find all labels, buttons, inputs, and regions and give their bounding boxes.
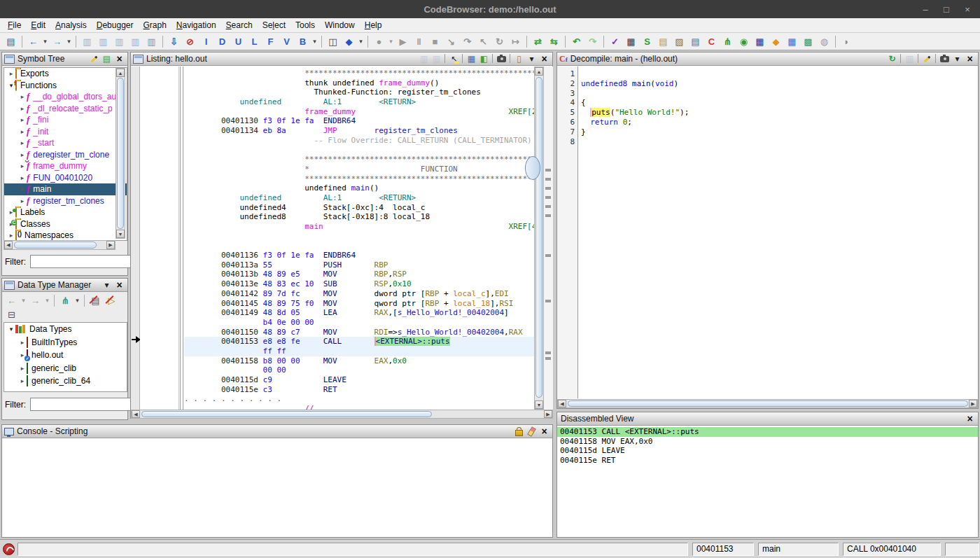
menu-window[interactable]: Window [320, 19, 360, 32]
scroll-thumb[interactable] [141, 411, 432, 417]
patch-instruction-icon[interactable]: ◫ [325, 34, 341, 49]
expand-icon[interactable]: ▸ [18, 377, 27, 384]
datatype-item-builtintypes[interactable]: ▸BuiltInTypes [4, 336, 127, 349]
listing-line[interactable] [184, 146, 534, 155]
listing-line[interactable]: 00401134 eb 8a JMP register_tm_clones [184, 126, 534, 136]
assemble-dropdown-icon[interactable]: ▾ [357, 34, 365, 49]
byte-dropdown-icon[interactable]: ▾ [311, 34, 318, 49]
snapshot-icon[interactable] [939, 54, 951, 64]
scroll-down-button[interactable]: ▼ [116, 230, 125, 238]
symbol-item-_dl_relocate_static_p[interactable]: ▸f_dl_relocate_static_p [4, 103, 127, 115]
change-marker[interactable] [545, 351, 551, 354]
listing-line[interactable]: 00401145 48 89 75 f0 MOV qword ptr [RBP … [184, 299, 534, 309]
change-marker[interactable] [545, 357, 551, 360]
back-icon[interactable]: ← [25, 34, 41, 49]
listing-line[interactable]: 0040113b 48 89 e5 MOV RBP,RSP [184, 270, 534, 279]
toggle-margin-icon[interactable]: ▯ [513, 54, 525, 64]
change-marker[interactable] [545, 169, 551, 172]
menu-search[interactable]: Search [221, 19, 258, 32]
copy-special-icon[interactable]: ▥ [95, 34, 111, 49]
listing-code-area[interactable]: ****************************************… [184, 67, 534, 412]
margin-dropdown-icon[interactable]: ▾ [526, 54, 538, 64]
edit-fields-icon[interactable]: ▦ [465, 54, 477, 64]
listing-line[interactable]: ****************************************… [184, 69, 534, 78]
disassembled-view-header[interactable]: Disassembled View × [557, 412, 978, 426]
forward-icon[interactable]: → [49, 34, 65, 49]
back-icon[interactable]: ← [4, 293, 20, 307]
menu-debugger[interactable]: Debugger [92, 19, 139, 32]
copy-icon[interactable]: ▥ [79, 34, 95, 49]
listing-line[interactable]: 00401130 f3 0f 1e fa ENDBR64 [184, 116, 534, 126]
record-icon[interactable]: ● [371, 34, 387, 49]
expand-icon[interactable]: ▸ [18, 116, 27, 123]
datatype-item-generic_clib[interactable]: ▸generic_clib [4, 362, 127, 375]
close-icon[interactable]: × [964, 414, 976, 424]
forward-dropdown-icon[interactable]: ▾ [65, 34, 73, 49]
menu-tools[interactable]: Tools [290, 19, 320, 32]
create-undefined-icon[interactable]: U [230, 34, 246, 49]
symbol-tree-vscrollbar[interactable]: ▲ ▼ [115, 68, 125, 239]
listing-line[interactable]: ****************************************… [184, 174, 534, 184]
listing-line[interactable]: 0040115e c3 RET [184, 385, 534, 395]
step-over-icon[interactable]: ↷ [459, 34, 475, 49]
interrupt-icon[interactable]: ‖ [411, 34, 427, 49]
scroll-right-button[interactable]: ▶ [969, 400, 977, 407]
datatype-item-data_types[interactable]: ▾Data Types [4, 323, 127, 336]
expand-icon[interactable]: ▸ [18, 151, 27, 158]
symbol-item-_fini[interactable]: ▸f_fini [4, 114, 127, 126]
listing-line[interactable]: ****************************************… [184, 155, 534, 165]
change-marker[interactable] [545, 300, 551, 302]
back-dropdown-icon[interactable]: ▾ [20, 293, 27, 307]
listing-line[interactable]: ff ff [184, 347, 534, 356]
datatype-item-generic_clib_64[interactable]: ▸generic_clib_64 [4, 375, 127, 388]
redo-icon[interactable]: ↷ [584, 34, 601, 49]
listing-line[interactable] [184, 241, 534, 251]
forward-dropdown-icon[interactable]: ▾ [43, 293, 51, 307]
record-dropdown-icon[interactable]: ▾ [387, 34, 395, 49]
expand-icon[interactable]: ▸ [18, 139, 27, 146]
listing-header[interactable]: Listing: hello.out ▥▥↖▦◧▯▾× [131, 53, 552, 66]
listing-line[interactable]: 00401158 b8 00 00 MOV EAX,0x0 [184, 356, 534, 366]
change-marker[interactable] [545, 178, 551, 181]
disassembled-line[interactable]: 0040115d LEAVE [557, 446, 978, 456]
navigate-out-icon[interactable]: ▤ [101, 54, 113, 64]
listing-line[interactable]: frame_dummy XREF[2 [184, 107, 534, 117]
comments-icon[interactable]: ◗ [839, 34, 855, 49]
console-output[interactable] [2, 438, 552, 537]
close-icon[interactable]: × [538, 426, 550, 437]
cursor-highlight-icon[interactable]: ↖ [448, 54, 460, 64]
paste-icon[interactable]: ▥ [111, 34, 127, 49]
symbol-item-_init[interactable]: ▸f_init [4, 126, 127, 138]
maximize-icon[interactable]: □ [941, 4, 952, 15]
symbol-tree-hscrollbar[interactable]: ◀ ▶ [4, 240, 115, 250]
data-type-filter-input[interactable] [30, 398, 143, 411]
filter-pointers-off-icon[interactable]: ▷ [104, 293, 120, 307]
edit-pencil-icon[interactable] [88, 54, 100, 64]
memory-map-icon[interactable]: ▦ [623, 34, 639, 49]
close-icon[interactable]: × [964, 54, 976, 64]
decompile-line[interactable] [581, 89, 976, 99]
diff-view-icon[interactable]: ◧ [478, 54, 490, 64]
decompile-line[interactable]: { [581, 98, 976, 108]
listing-vscrollbar[interactable]: ▲ ▼ [534, 67, 544, 410]
change-marker[interactable] [545, 205, 551, 208]
clear-icon[interactable] [526, 426, 538, 437]
expand-icon[interactable]: ▸ [18, 128, 27, 135]
collapse-icon[interactable]: ▾ [7, 326, 15, 333]
create-function-icon[interactable]: F [262, 34, 279, 49]
scroll-thumb[interactable] [117, 78, 124, 229]
stop-icon[interactable]: ■ [427, 34, 443, 49]
change-marker[interactable] [545, 187, 551, 190]
listing-line[interactable]: 00401149 48 8d 05 LEA RAX,[s_Hello_World… [184, 308, 534, 318]
create-label-icon[interactable]: L [246, 34, 262, 49]
lock-icon[interactable] [513, 426, 525, 437]
disassembled-line[interactable]: 0040115e RET [557, 456, 978, 466]
menu-navigation[interactable]: Navigation [172, 19, 221, 32]
menu-analysis[interactable]: Analysis [50, 19, 92, 32]
expand-icon[interactable]: ▸ [18, 186, 27, 193]
menu-edit[interactable]: Edit [26, 19, 50, 32]
expand-icon[interactable]: ▸ [18, 365, 27, 372]
listing-line[interactable]: 00 00 [184, 365, 534, 375]
symbol-item-frame_dummy[interactable]: ▸f↺frame_dummy [4, 160, 127, 172]
listing-line[interactable]: undefined4 Stack[-0xc]:4 local_c [184, 203, 534, 213]
